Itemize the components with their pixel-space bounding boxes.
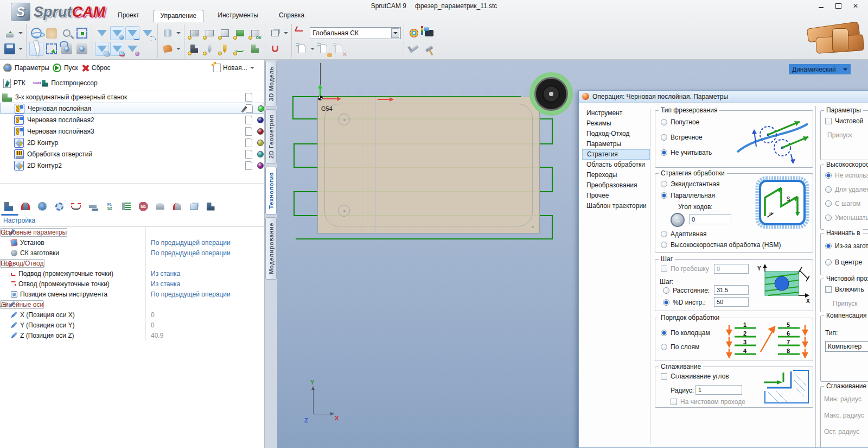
param-row[interactable]: Установ По предыдущей операции [0,237,264,248]
dialog-nav-item[interactable]: Параметры [582,139,650,149]
angle-dial-icon[interactable] [671,213,685,227]
tolerance-rings-button[interactable] [407,26,421,40]
finish-enable-checkbox[interactable]: Включить [825,286,864,293]
filter-points-button[interactable] [110,26,124,40]
save-button[interactable] [3,42,17,56]
tool-icon[interactable] [86,200,99,213]
feeds-speeds-icon[interactable]: F1S2 [103,200,116,213]
screenshot-button[interactable] [75,42,89,56]
window-select-button[interactable] [44,42,59,56]
machine-head-icon[interactable] [204,200,217,213]
dialog-nav-item[interactable]: Стратегия [582,149,650,160]
workspace-tab[interactable]: Моделирование [265,217,277,280]
machine-settings-tab-icon[interactable] [2,200,15,213]
bounding-box-dropdown-icon[interactable] [283,26,289,40]
select-cursor-button[interactable] [29,42,43,56]
param-row[interactable]: Основные параметры [0,227,264,237]
param-row[interactable]: Подвод (промежуточные точки) Из станка [0,268,264,279]
new-operation-dropdown-icon[interactable] [250,61,255,75]
import-dropdown-icon[interactable] [18,26,23,40]
part-dropdown-icon[interactable] [176,42,181,56]
adaptive-option[interactable]: Адаптивная [661,230,707,238]
rotate-view-button[interactable] [29,26,43,40]
filter-edges-button[interactable] [110,42,124,56]
save-dropdown-icon[interactable] [18,42,23,56]
operation-row[interactable]: Обработка отверстий [0,148,264,160]
dialog-nav-item[interactable]: Переходы [582,170,650,180]
operation-status-dot[interactable] [257,140,264,146]
rtk-button[interactable]: РТК [3,79,25,88]
operation-row[interactable]: Черновая послойная2 [0,114,264,125]
part-dome-icon[interactable] [154,200,167,213]
finish-pass-checkbox[interactable]: На чистовом проходе [671,398,745,406]
operation-status-dot[interactable] [257,162,264,169]
cs-new-dropdown-icon[interactable] [310,42,315,56]
radio-icon[interactable] [661,119,667,125]
param-value[interactable]: 0 [151,321,155,329]
operation-doc-icon[interactable] [245,116,252,124]
mode-knob-icon[interactable] [36,200,49,213]
radio-icon[interactable] [661,149,667,156]
measure-button[interactable] [407,42,421,56]
workspace-tab[interactable]: Технология [265,167,277,214]
dialog-nav-item[interactable]: Область обработки [582,160,650,170]
start-button[interactable]: Пуск [53,64,78,72]
dialog-nav-item[interactable]: Шаблон траектории [582,201,650,211]
cs-edit-button[interactable] [316,42,330,56]
hsm-option[interactable]: С шагом [825,200,868,207]
hsm-option[interactable]: Для удаления [825,186,868,193]
start-in-option[interactable]: Из-за заготовки [825,242,868,250]
operation-status-dot[interactable] [257,128,264,135]
hsm-option[interactable]: Уменьшать [825,214,868,222]
workpiece-box-icon[interactable] [187,200,200,213]
by-pockets-option[interactable]: По колодцам [661,329,710,337]
param-value[interactable]: По предыдущей операции [151,249,231,257]
cs-delete-button[interactable] [331,42,346,56]
menu-tab[interactable]: Проект [111,10,146,22]
operation-doc-icon[interactable] [245,150,252,159]
close-button[interactable]: ✕ [848,2,863,10]
cs-new-button[interactable] [295,42,309,56]
stock-wireframe-button[interactable] [187,26,201,40]
smooth-corners-checkbox[interactable]: Сглаживание углов [661,373,729,380]
distance-option[interactable]: Расстояние: [663,287,710,294]
dialog-nav-item[interactable]: Подход-Отход [582,129,650,139]
menu-tab[interactable]: Управление [154,10,204,22]
param-value[interactable]: По предыдущей операции [151,291,231,298]
operation-row[interactable]: 2D Контур2 [0,160,264,171]
maximize-button[interactable] [831,2,845,10]
postprocessor-button[interactable]: %001Постпроцессор [33,79,98,87]
workpiece-dropdown-icon[interactable] [176,26,181,40]
operation-doc-icon[interactable] [245,127,252,136]
param-row[interactable]: Линейные оси [0,299,264,310]
filter-curves-button[interactable] [125,26,139,40]
dialog-nav-item[interactable]: Инструмент [582,108,650,118]
cs-combo-arrow-icon[interactable] [391,28,399,38]
coordinate-system-combo[interactable]: Глобальная СК [310,27,401,39]
finish-checkbox[interactable]: Чистовой [825,117,863,125]
filter-surfaces-button[interactable] [95,42,109,56]
contour-icon[interactable] [69,200,82,213]
operation-doc-icon[interactable] [246,104,253,113]
filter-vertices-button[interactable] [125,42,139,56]
gear-icon[interactable] [53,200,66,213]
control-panel-button[interactable] [422,26,436,40]
parallel-option[interactable]: Параллельная [661,192,715,199]
machine-head-button[interactable] [187,42,201,56]
equidistant-option[interactable]: Эквидистантная [661,180,720,188]
reset-button[interactable]: Сброс [81,64,111,72]
hsm-option[interactable]: Не использовать [825,172,868,179]
angle-input[interactable]: 0 [689,214,731,224]
tool-gold-button[interactable] [218,42,232,56]
operation-status-dot[interactable] [258,105,264,112]
param-value[interactable]: Из станка [151,270,180,277]
dialog-nav-item[interactable]: Прочее [582,191,650,201]
tool-steel-button[interactable] [202,42,216,56]
radius-input[interactable]: 1 [695,385,742,395]
stock-cylinder-button[interactable] [233,26,247,40]
view-mode-dropdown[interactable]: Динамический [789,64,851,74]
fixture-settings-icon[interactable] [19,200,32,213]
multiaxis-toolpath-button[interactable] [233,42,247,56]
new-operation-button[interactable]: Новая... [213,61,255,75]
bounding-box-button[interactable] [268,26,282,40]
